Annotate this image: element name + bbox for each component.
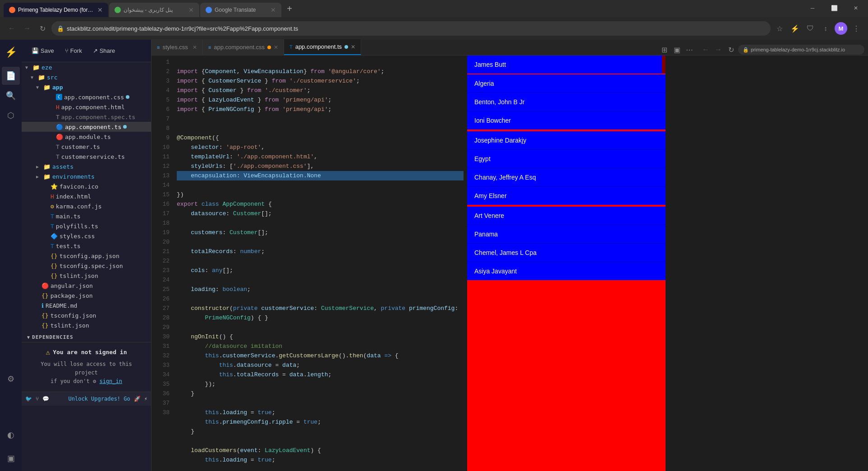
twitter-icon[interactable]: 🐦 [25, 396, 32, 402]
forward-button[interactable]: → [21, 22, 33, 35]
fork-icon: ⑂ [65, 47, 69, 54]
tab2-close[interactable]: ✕ [188, 6, 194, 14]
file-tslint-root[interactable]: {} tslint.json [22, 320, 151, 330]
file-app-component-ts[interactable]: 🔵 app.component.ts [22, 122, 151, 132]
file-polyfills[interactable]: T polyfills.ts [22, 221, 151, 231]
tab1-close[interactable]: ✕ [97, 6, 103, 14]
editor-layout-button[interactable]: ▣ [671, 44, 682, 55]
restore-button[interactable]: ⬜ [824, 1, 845, 15]
not-signed-title: You are not signed in [53, 349, 127, 356]
file-tsconfig-spec[interactable]: {} tsconfig.spec.json [22, 261, 151, 271]
file-favicon-label: favicon.ico [60, 183, 98, 190]
scroll-thumb[interactable] [662, 55, 666, 471]
file-app-spec[interactable]: T app.component.spec.ts [22, 112, 151, 122]
preview-back-button[interactable]: ← [700, 44, 711, 55]
unlock-label[interactable]: Unlock Upgrades! Go [68, 396, 130, 402]
minimize-button[interactable]: ─ [802, 1, 823, 15]
tab-app-ts-label: app.component.ts [295, 43, 342, 50]
file-readme[interactable]: ℹ README.md [22, 300, 151, 310]
file-tslint[interactable]: {} tslint.json [22, 271, 151, 281]
url-bar[interactable]: 🔒 stackblitz.com/edit/primeng-tablelazy-… [51, 21, 771, 36]
search-icon[interactable]: 🔍 [2, 87, 20, 105]
file-index[interactable]: H index.html [22, 191, 151, 201]
profile-avatar[interactable]: M [835, 22, 847, 35]
preview-url-bar[interactable]: 🔒 primeng-tablelazy-demo-1rr9cj.stackbli… [738, 45, 864, 55]
file-module-icon: 🔴 [56, 134, 63, 140]
name-art: Art Venere [474, 212, 658, 219]
sb-logo-icon[interactable]: ⚡ [2, 43, 20, 61]
file-main[interactable]: T main.ts [22, 211, 151, 221]
layout-icon[interactable]: ▣ [2, 449, 20, 467]
tab-styles-close[interactable]: ✕ [193, 44, 197, 51]
tab-styles-css[interactable]: ≡ styles.css ✕ [152, 39, 203, 55]
tab3-favicon [206, 7, 212, 13]
activity-bar: ⚡ 📄 🔍 ⬡ ⚙ ◐ ▣ [0, 40, 22, 471]
preview-forward-button[interactable]: → [713, 44, 724, 55]
share-button[interactable]: ↗ Share [88, 45, 120, 56]
row-panama: Panama [467, 225, 666, 243]
file-customer[interactable]: T customer.ts [22, 142, 151, 152]
browser-tab-3[interactable]: Google Translate ✕ [200, 3, 281, 17]
file-app-module-label: app.module.ts [65, 134, 111, 140]
file-readme-label: README.md [46, 302, 77, 309]
file-tsconfig[interactable]: {} tsconfig.json [22, 310, 151, 320]
new-tab-button[interactable]: + [282, 1, 297, 16]
file-tsconfig-app[interactable]: {} tsconfig.app.json [22, 251, 151, 261]
browser-tab-2[interactable]: پنل کاربری - پیشخوان ✕ [109, 3, 199, 17]
tab3-close[interactable]: ✕ [271, 6, 276, 14]
file-favicon[interactable]: ⭐ favicon.ico [22, 181, 151, 191]
tab-app-css-close[interactable]: ✕ [274, 44, 278, 51]
sign-in-link[interactable]: sign_in [99, 378, 122, 384]
discord-icon[interactable]: 💬 [42, 396, 49, 402]
dependencies-header[interactable]: ▼ DEPENDENCIES [22, 332, 151, 342]
code-text[interactable]: import {Component, ViewEncapsulation} fr… [173, 55, 467, 471]
tab-app-ts-close[interactable]: ✕ [351, 44, 355, 50]
extensions-button[interactable]: ⚡ [789, 22, 801, 35]
theme-toggle-icon[interactable]: ◐ [2, 426, 20, 444]
save-icon: 💾 [32, 47, 39, 54]
sync-button[interactable]: ↕ [819, 22, 832, 35]
back-button[interactable]: ← [5, 22, 18, 35]
github-bar-icon[interactable]: ⑂ [36, 396, 39, 402]
menu-button[interactable]: ⋮ [850, 22, 863, 35]
file-test[interactable]: T test.ts [22, 241, 151, 251]
folder-eze[interactable]: ▼ 📁 eze [22, 62, 151, 72]
folder-environments[interactable]: ▶ 📁 environments [22, 171, 151, 181]
folder-src-arrow: ▼ [31, 75, 38, 80]
file-customer-label: customer.ts [61, 143, 100, 150]
file-polyfills-label: polyfills.ts [56, 223, 98, 230]
url-text: stackblitz.com/edit/primeng-tablelazy-de… [67, 25, 298, 32]
folder-eze-icon: 📁 [32, 64, 40, 71]
file-customerservice[interactable]: T customerservice.ts [22, 152, 151, 162]
save-button[interactable]: 💾 Save [27, 45, 59, 56]
explorer-icon[interactable]: 📄 [2, 67, 20, 85]
preview-refresh-button[interactable]: ↻ [726, 44, 736, 55]
polyfills-icon: T [51, 223, 54, 230]
file-package[interactable]: {} package.json [22, 291, 151, 300]
folder-assets[interactable]: ▶ 📁 assets [22, 162, 151, 171]
file-styles[interactable]: 🔷 styles.css [22, 231, 151, 241]
folder-src[interactable]: ▼ 📁 src [22, 72, 151, 82]
file-karma[interactable]: ⚙ karma.conf.js [22, 201, 151, 211]
bookmark-button[interactable]: ☆ [773, 22, 786, 35]
folder-app[interactable]: ▼ 📁 app [22, 82, 151, 92]
settings-icon[interactable]: ⚙ [2, 370, 20, 388]
file-app-component-css[interactable]: C app.component.css [22, 92, 151, 102]
split-editor-button[interactable]: ⊞ [659, 44, 670, 55]
file-app-component-html[interactable]: H app.component.html [22, 102, 151, 112]
more-options-button[interactable]: ⋯ [684, 44, 695, 55]
fork-button[interactable]: ⑂ Fork [60, 45, 87, 56]
extensions-icon[interactable]: ⬡ [2, 106, 20, 125]
file-tsconfig-label: tsconfig.json [51, 312, 96, 319]
file-angular[interactable]: 🔴 angular.json [22, 281, 151, 291]
file-package-label: package.json [51, 292, 93, 299]
file-app-module[interactable]: 🔴 app.module.ts [22, 132, 151, 142]
test-ts-icon: T [51, 243, 54, 249]
browser-tab-1[interactable]: Primeng Tablelazy Demo (forked) ✕ [4, 3, 108, 17]
tab-app-css[interactable]: ≡ app.component.css ✕ [203, 39, 284, 55]
reload-button[interactable]: ↻ [36, 22, 49, 35]
tab-app-ts[interactable]: T app.component.ts ✕ [284, 39, 361, 55]
close-button[interactable]: ✕ [845, 1, 866, 15]
tslint-root-icon: {} [41, 322, 49, 329]
sb-toolbar: 💾 Save ⑂ Fork ↗ Share [22, 40, 151, 62]
